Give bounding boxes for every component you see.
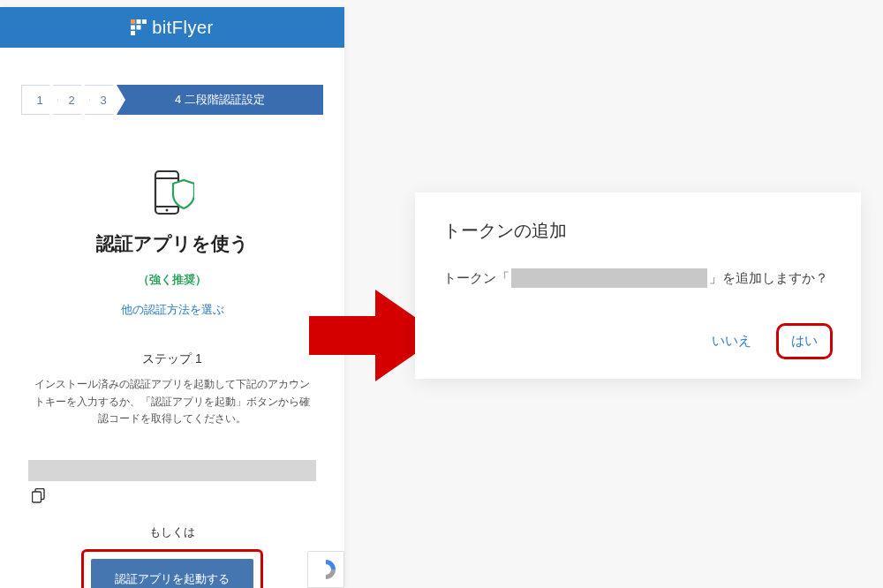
page-title: 認証アプリを使う: [25, 231, 320, 256]
svg-rect-4: [137, 26, 141, 30]
app-header: bitFlyer: [0, 7, 344, 48]
progress-stepper: 1 2 3 4 二段階認証設定: [21, 85, 323, 115]
launch-auth-app-button[interactable]: 認証アプリを起動する: [91, 559, 253, 588]
launch-button-highlight: 認証アプリを起動する: [81, 549, 263, 588]
dialog-body-prefix: トークン「: [443, 266, 509, 290]
step-1: 1: [21, 85, 58, 115]
token-name-redacted: [511, 268, 707, 288]
brand-logo: bitFlyer: [131, 18, 214, 38]
svg-rect-3: [131, 26, 135, 30]
dialog-body-suffix: 」を追加しますか？: [709, 266, 828, 290]
yes-button-highlight: はい: [776, 323, 833, 359]
recommend-label: （強く推奨）: [25, 272, 320, 288]
svg-rect-5: [131, 31, 135, 35]
step-description: インストール済みの認証アプリを起動して下記のアカウントキーを入力するか、「認証ア…: [25, 376, 320, 428]
no-button[interactable]: いいえ: [706, 324, 757, 358]
dialog-actions: いいえ はい: [443, 323, 833, 359]
account-key-field[interactable]: [28, 460, 316, 481]
yes-button[interactable]: はい: [791, 333, 818, 350]
copy-icon[interactable]: [32, 488, 320, 507]
recaptcha-badge: [307, 551, 344, 588]
step-number-label: ステップ 1: [25, 351, 320, 367]
main-content: 認証アプリを使う （強く推奨） 他の認証方法を選ぶ ステップ 1 インストール済…: [0, 170, 344, 588]
token-add-dialog: トークンの追加 トークン「 」を追加しますか？ いいえ はい: [415, 192, 861, 379]
step-2: 2: [53, 85, 90, 115]
alt-method-link[interactable]: 他の認証方法を選ぶ: [121, 302, 224, 318]
svg-rect-2: [142, 19, 147, 24]
brand-name: bitFlyer: [152, 18, 214, 38]
svg-rect-11: [33, 492, 42, 502]
step-3: 3: [85, 85, 122, 115]
bitflyer-panel: bitFlyer 1 2 3 4 二段階認証設定 認証アプリを使う （強く推奨）…: [0, 7, 344, 588]
bitflyer-icon: [131, 19, 147, 35]
or-separator: もしくは: [25, 524, 320, 540]
step-4-active: 4 二段階認証設定: [117, 85, 323, 115]
svg-rect-0: [131, 19, 135, 24]
svg-rect-1: [137, 19, 141, 24]
dialog-title: トークンの追加: [443, 219, 833, 243]
svg-point-9: [166, 209, 169, 212]
dialog-body: トークン「 」を追加しますか？: [443, 266, 833, 290]
phone-shield-icon: [150, 170, 194, 219]
